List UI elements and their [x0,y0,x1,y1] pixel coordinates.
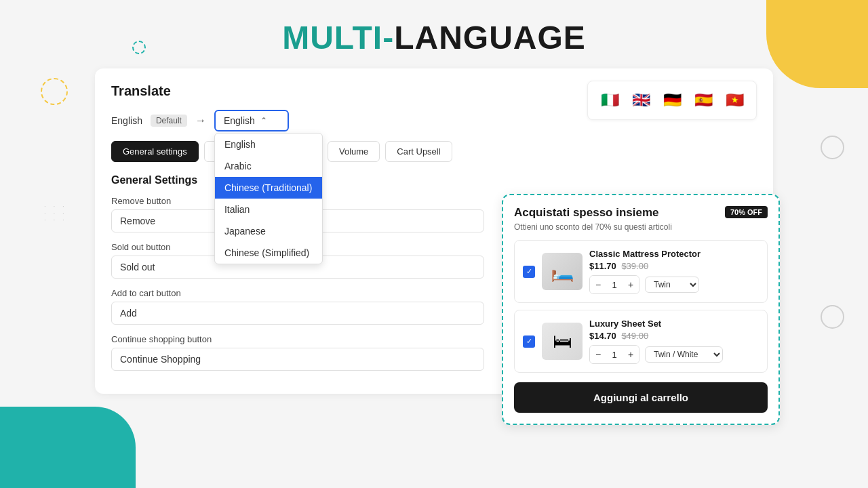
arrow-icon: → [195,115,206,127]
flag-vietnamese[interactable]: 🇻🇳 [722,88,747,113]
product-checkbox-1[interactable] [523,266,535,278]
product-item-1: 🛏️ Classic Mattress Protector $11.70 $39… [514,240,768,303]
qty-value-2: 1 [606,350,623,360]
price-original-1: $39.00 [621,261,648,271]
product-checkbox-2[interactable] [523,336,535,348]
general-settings-title: General Settings [111,174,757,186]
add-to-cart-input[interactable] [111,302,484,325]
dropdown-arrow-icon: ⌃ [260,116,267,125]
flag-spanish[interactable]: 🇪🇸 [691,88,715,113]
deco-dots-left: · · ·· · ·· · · [44,203,67,224]
deco-yellow-shape [766,0,868,88]
product-price-1: $11.70 $39.00 [589,261,759,271]
product-preview-panel: Acquistati spesso insieme 70% OFF Ottien… [502,194,780,425]
price-original-2: $49.00 [621,331,648,341]
price-current-1: $11.70 [589,261,616,271]
product-info-2: Luxury Sheet Set $14.70 $49.00 − 1 + Twi… [589,319,759,364]
qty-control-1: − 1 + [589,275,639,294]
dropdown-item-italian[interactable]: Italian [215,199,322,220]
title-colored-part: MULTI- [282,20,394,56]
tabs-row: General settings Cross-sell Bundle Volum… [111,141,757,162]
language-dropdown-button[interactable]: English ⌃ [214,110,289,131]
tab-general-settings[interactable]: General settings [111,141,199,162]
product-controls-2: − 1 + Twin / White Twin / Blue Queen / W… [589,345,759,364]
product-image-1: 🛏️ [542,253,583,290]
deco-teal-bottom [0,407,136,488]
qty-value-1: 1 [606,280,623,290]
qty-increase-1[interactable]: + [623,276,639,293]
deco-circle-teal [132,41,146,54]
dropdown-item-japanese[interactable]: Japanese [215,220,322,242]
discount-badge: 70% OFF [725,206,768,218]
product-item-2: 🛏 Luxury Sheet Set $14.70 $49.00 − 1 + T… [514,310,768,373]
price-current-2: $14.70 [589,331,616,341]
dropdown-item-chinese-traditional[interactable]: Chinese (Traditional) [215,177,322,199]
continue-shopping-input[interactable] [111,348,484,371]
product-info-1: Classic Mattress Protector $11.70 $39.00… [589,249,759,294]
product-price-2: $14.70 $49.00 [589,331,759,341]
translate-card: Translate English Default → English ⌃ En… [95,68,773,394]
selected-language-label: English [224,115,255,126]
dropdown-item-arabic[interactable]: Arabic [215,155,322,177]
flag-german[interactable]: 🇩🇪 [660,88,684,113]
language-selector[interactable]: English ⌃ English Arabic Chinese (Tradit… [214,110,289,131]
add-to-cart-button[interactable]: Aggiungi al carrello [514,382,768,413]
variant-select-2[interactable]: Twin / White Twin / Blue Queen / White [645,346,723,363]
language-dropdown-menu: English Arabic Chinese (Traditional) Ita… [214,133,323,264]
tab-volume[interactable]: Volume [328,141,380,162]
qty-increase-2[interactable]: + [623,346,639,363]
product-name-2: Luxury Sheet Set [589,319,759,329]
preview-subtitle: Ottieni uno sconto del 70% su questi art… [514,222,768,232]
preview-header: Acquistati spesso insieme 70% OFF [514,206,768,220]
dropdown-item-english[interactable]: English [215,134,322,155]
tab-cart-upsell[interactable]: Cart Upsell [385,141,452,162]
qty-control-2: − 1 + [589,345,639,364]
dropdown-item-chinese-simplified[interactable]: Chinese (Simplified) [215,242,322,264]
deco-circle-right-mid [821,136,844,159]
preview-title: Acquistati spesso insieme [514,206,659,220]
title-dark-part: LANGUAGE [394,20,586,56]
qty-decrease-1[interactable]: − [590,276,606,293]
default-badge: Default [151,115,187,127]
flag-british[interactable]: 🇬🇧 [629,88,653,113]
flag-italian[interactable]: 🇮🇹 [597,88,622,113]
variant-select-1[interactable]: Twin Full Queen [645,277,699,293]
deco-circle-right-bottom [821,305,844,329]
page-title: MULTI-LANGUAGE [0,0,868,68]
deco-circle-gold [41,78,68,105]
flags-container: 🇮🇹 🇬🇧 🇩🇪 🇪🇸 🇻🇳 [587,81,757,120]
qty-decrease-2[interactable]: − [590,346,606,363]
product-name-1: Classic Mattress Protector [589,249,759,259]
product-controls-1: − 1 + Twin Full Queen [589,275,759,294]
source-language-label: English [111,115,142,126]
product-image-2: 🛏 [542,323,583,360]
